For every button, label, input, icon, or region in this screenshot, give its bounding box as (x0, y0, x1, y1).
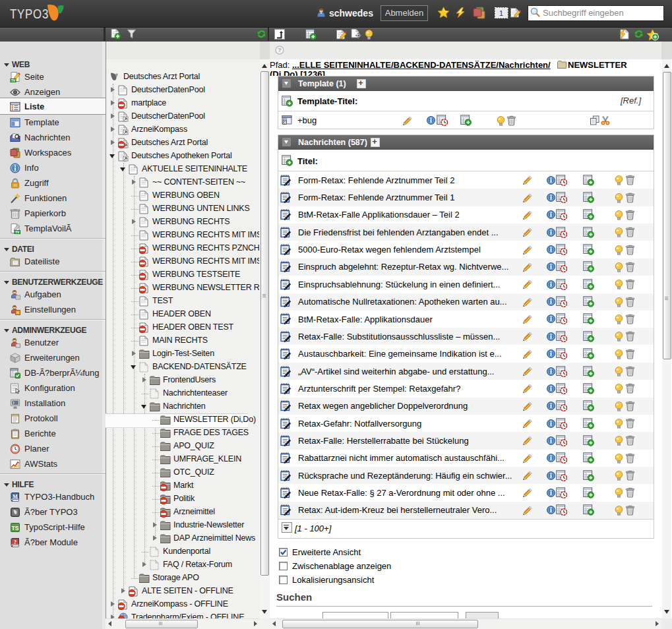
svg-text:?: ? (14, 539, 16, 545)
svg-text:TV: TV (15, 230, 20, 234)
svg-text:1: 1 (499, 9, 503, 17)
svg-text:TS: TS (12, 525, 19, 531)
svg-text:M: M (13, 494, 18, 500)
svg-text:?: ? (278, 47, 282, 53)
svg-text:TV: TV (11, 78, 16, 82)
